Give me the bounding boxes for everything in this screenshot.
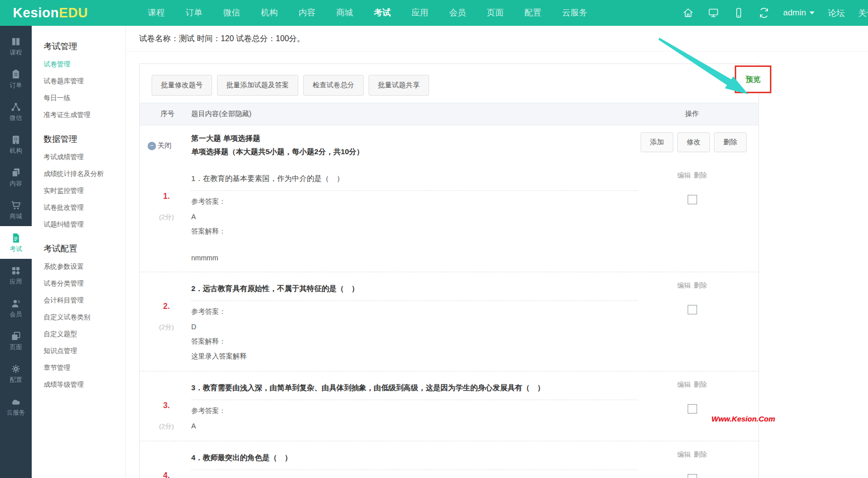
- sidebar-item[interactable]: 准考证生成管理: [44, 107, 125, 123]
- about-link[interactable]: 关于: [858, 7, 868, 19]
- column-actions: 操作: [638, 110, 747, 119]
- top-nav-item-7[interactable]: 应用: [401, 0, 439, 26]
- home-icon[interactable]: [682, 7, 694, 19]
- sidebar-item[interactable]: 试卷批改管理: [44, 199, 125, 216]
- question-row-2: 2.(2分)2．远古教育具有原始性，不属于其特征的是（ ）参考答案：D答案解释：…: [140, 272, 759, 371]
- rail-item-label: 机构: [10, 148, 22, 154]
- bulk-action-button-0[interactable]: 批量修改题号: [152, 75, 212, 96]
- sidebar-item[interactable]: 成绩统计排名及分析: [44, 166, 125, 182]
- clipboard-icon: [10, 69, 21, 80]
- sidebar-item[interactable]: 知识点管理: [44, 343, 125, 359]
- bulk-action-button-1[interactable]: 批量添加试题及答案: [217, 75, 298, 96]
- top-nav-item-10[interactable]: 配置: [514, 0, 552, 26]
- top-nav-item-3[interactable]: 机构: [251, 0, 288, 26]
- rail-item-label: 配置: [10, 377, 22, 383]
- rail-item-config[interactable]: 配置: [0, 357, 32, 390]
- sidebar-item[interactable]: 章节管理: [44, 359, 125, 376]
- rail-item-cloud[interactable]: 云服务: [0, 390, 32, 422]
- group-action-button-0[interactable]: 添加: [641, 132, 673, 152]
- refresh-icon[interactable]: [758, 7, 770, 19]
- sidebar-item[interactable]: 试题纠错管理: [44, 216, 125, 233]
- sidebar-item[interactable]: 自定义试卷类别: [44, 309, 125, 326]
- edit-link[interactable]: 编辑: [677, 450, 691, 459]
- sidebar-section-heading-0: 考试管理: [44, 41, 125, 52]
- delete-link[interactable]: 删除: [694, 171, 707, 180]
- top-nav-item-0[interactable]: 课程: [138, 0, 175, 26]
- sidebar-item[interactable]: 试卷分类管理: [44, 275, 125, 292]
- rail-item-label: 云服务: [6, 410, 25, 416]
- delete-link[interactable]: 删除: [694, 380, 707, 389]
- rail-item-page[interactable]: 页面: [0, 324, 32, 357]
- rail-item-label: 应用: [10, 279, 22, 285]
- user-menu[interactable]: admin: [783, 8, 814, 18]
- sidebar-item[interactable]: 试卷管理: [44, 56, 125, 73]
- rail-item-member[interactable]: 会员: [0, 292, 32, 324]
- select-question-checkbox[interactable]: [688, 404, 697, 414]
- rail-item-content[interactable]: 内容: [0, 161, 32, 193]
- cloud-icon: [10, 396, 21, 407]
- column-seq: 序号: [152, 110, 181, 119]
- answer-label: 参考答案：: [191, 407, 638, 416]
- group-action-button-1[interactable]: 修改: [677, 132, 710, 152]
- explanation-value: nmmmm: [191, 254, 638, 262]
- collapse-toggle[interactable]: 关闭: [148, 141, 181, 150]
- group-subtitle: 单项选择题（本大题共5小题，每小题2分，共10分）: [191, 145, 638, 158]
- delete-link[interactable]: 删除: [694, 450, 707, 459]
- question-list: 1.(2分)1．在教育的基本要素国，作为中介的是（ ）参考答案：A答案解释：nm…: [140, 162, 759, 478]
- monitor-icon[interactable]: [707, 7, 719, 19]
- sidebar-item[interactable]: 自定义题型: [44, 326, 125, 343]
- preview-button[interactable]: 预览: [746, 75, 760, 84]
- sidebar-item[interactable]: 试卷题库管理: [44, 73, 125, 90]
- rail-item-course[interactable]: 课程: [0, 30, 32, 62]
- bulk-action-button-3[interactable]: 批量试题共享: [369, 75, 429, 96]
- edit-link[interactable]: 编辑: [677, 281, 691, 290]
- grid-icon: [10, 265, 21, 276]
- explanation-label: 答案解释：: [191, 337, 638, 346]
- top-nav-item-11[interactable]: 云服务: [552, 0, 598, 26]
- sidebar-item[interactable]: 会计科目管理: [44, 292, 125, 309]
- icon-rail: 课程订单微信机构内容商城考试应用会员页面配置云服务: [0, 26, 32, 478]
- top-nav-item-6[interactable]: 考试: [364, 0, 401, 26]
- top-nav-item-9[interactable]: 页面: [477, 0, 514, 26]
- top-nav-item-1[interactable]: 订单: [175, 0, 213, 26]
- sidebar-item[interactable]: 考试成绩管理: [44, 149, 125, 166]
- app-logo[interactable]: KesionEDU: [13, 5, 88, 21]
- sidebar-item[interactable]: 系统参数设置: [44, 258, 125, 275]
- top-nav-item-4[interactable]: 内容: [288, 0, 326, 26]
- top-nav-item-5[interactable]: 商城: [326, 0, 364, 26]
- rail-item-mall[interactable]: 商城: [0, 193, 32, 226]
- top-nav: 课程订单微信机构内容商城考试应用会员页面配置云服务: [138, 0, 598, 26]
- edit-link[interactable]: 编辑: [677, 171, 691, 180]
- explanation-label: 答案解释：: [191, 227, 638, 236]
- question-score: (2分): [152, 323, 181, 332]
- question-number: 1.: [152, 192, 181, 201]
- gear-icon: [10, 363, 21, 374]
- select-question-checkbox[interactable]: [688, 305, 697, 314]
- select-question-checkbox[interactable]: [688, 474, 697, 478]
- user-icon: [10, 298, 21, 309]
- bulk-action-button-2[interactable]: 检查试卷总分: [303, 75, 364, 96]
- select-question-checkbox[interactable]: [688, 195, 697, 204]
- book-icon: [10, 36, 21, 47]
- topbar-right: admin 论坛 关于: [682, 7, 868, 19]
- rail-item-exam[interactable]: 考试: [0, 226, 32, 259]
- rail-item-wechat[interactable]: 微信: [0, 95, 32, 128]
- top-nav-item-2[interactable]: 微信: [213, 0, 251, 26]
- forum-link[interactable]: 论坛: [828, 7, 845, 19]
- edit-link[interactable]: 编辑: [677, 380, 691, 389]
- rail-item-label: 会员: [10, 311, 22, 318]
- mobile-icon[interactable]: [733, 7, 745, 19]
- rail-item-app[interactable]: 应用: [0, 259, 32, 292]
- rail-item-label: 考试: [10, 246, 22, 252]
- sidebar-item[interactable]: 成绩等级管理: [44, 376, 125, 393]
- preview-annotation-box: 预览: [735, 65, 771, 93]
- top-nav-item-8[interactable]: 会员: [439, 0, 477, 26]
- question-group-row: 关闭 第一大题 单项选择题 单项选择题（本大题共5小题，每小题2分，共10分） …: [140, 125, 759, 162]
- copy-icon: [10, 167, 21, 178]
- sidebar-item[interactable]: 实时监控管理: [44, 182, 125, 199]
- group-action-button-2[interactable]: 删除: [714, 132, 747, 152]
- rail-item-org[interactable]: 机构: [0, 128, 32, 161]
- rail-item-order[interactable]: 订单: [0, 62, 32, 95]
- sidebar-item[interactable]: 每日一练: [44, 90, 125, 107]
- delete-link[interactable]: 删除: [694, 281, 707, 290]
